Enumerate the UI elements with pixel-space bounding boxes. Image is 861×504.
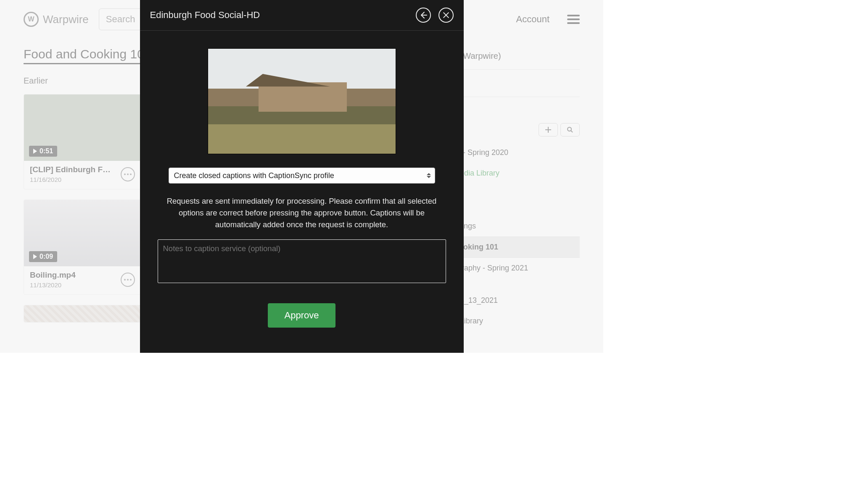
profile-select-wrap: Create closed captions with CaptionSync …: [169, 168, 435, 184]
caption-profile-select[interactable]: Create closed captions with CaptionSync …: [169, 168, 435, 184]
app-root: W Warpwire Account Food and Cooking 101 …: [0, 0, 603, 353]
modal-title: Edinburgh Food Social-HD: [150, 10, 260, 21]
approve-button[interactable]: Approve: [268, 303, 336, 328]
modal-body: Create closed captions with CaptionSync …: [140, 31, 464, 340]
caption-info-text: Requests are sent immediately for proces…: [161, 195, 443, 230]
video-preview-image: [208, 48, 396, 154]
modal-overlay[interactable]: Edinburgh Food Social-HD: [0, 0, 603, 353]
caption-modal: Edinburgh Food Social-HD: [140, 0, 464, 353]
caption-notes-input[interactable]: [158, 239, 446, 283]
modal-header-actions: [416, 8, 454, 23]
back-button[interactable]: [416, 8, 431, 23]
close-button[interactable]: [438, 8, 454, 23]
modal-header: Edinburgh Food Social-HD: [140, 0, 464, 31]
select-chevron-icon: [427, 173, 431, 178]
arrow-left-icon: [419, 11, 428, 19]
